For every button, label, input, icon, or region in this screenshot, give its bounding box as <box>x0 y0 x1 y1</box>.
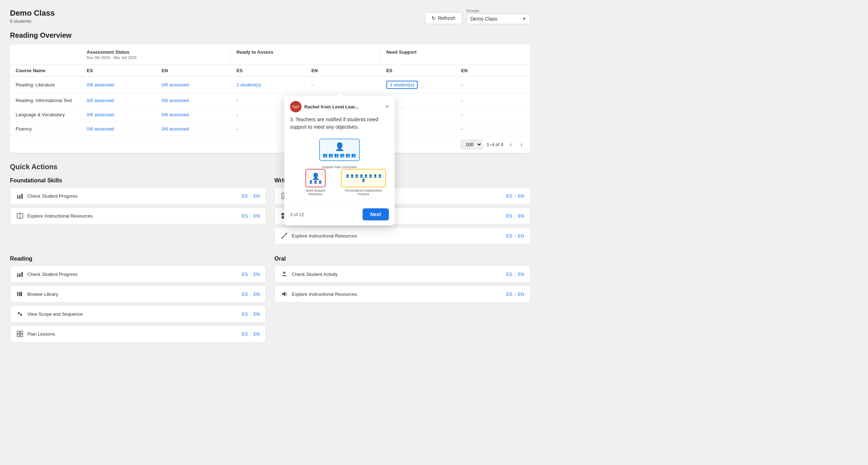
assess-en-link[interactable]: 0/6 assessed <box>162 82 189 87</box>
qa-link-es[interactable]: ES <box>506 213 512 219</box>
qa-item-links: ES | EN <box>242 331 260 337</box>
svg-point-29 <box>283 272 285 274</box>
qa-links-separator: | <box>515 193 516 199</box>
qa-link-en[interactable]: EN <box>518 272 524 277</box>
support-en: - <box>455 108 530 122</box>
support-en: - <box>455 76 530 93</box>
qa-link-es[interactable]: ES <box>242 272 248 277</box>
qa-link-es[interactable]: ES <box>506 233 512 239</box>
qa-link-en[interactable]: EN <box>253 272 260 277</box>
qa-link-en[interactable]: EN <box>253 193 260 199</box>
student-icon: 👤 <box>359 174 363 178</box>
qa-item-label: Explore Instructional Resources <box>292 292 357 297</box>
popup-close-button[interactable]: × <box>386 103 389 110</box>
ready-es-link[interactable]: 1 student(s) <box>236 82 261 87</box>
assess-en-link[interactable]: 0/6 assessed <box>162 112 189 117</box>
qa-link-es[interactable]: ES <box>506 193 512 199</box>
col-es-assess: ES <box>81 65 156 76</box>
qa-link-es[interactable]: ES <box>242 213 248 219</box>
qa-link-es[interactable]: ES <box>506 272 512 277</box>
popup-illus-top-section: 👤 👥 👥 👥 👥 👥 👥 Support main curriculum <box>293 139 386 169</box>
popup-illus-bot-right-label: Personalized IndependentPractice <box>345 189 382 196</box>
qa-link-es[interactable]: ES <box>506 292 512 297</box>
assess-es[interactable]: 0/6 assessed <box>81 108 156 122</box>
qa-links-separator: | <box>250 193 251 199</box>
qa-item-links: ES | EN <box>242 272 260 277</box>
qa-item[interactable]: Explore Instructional Resources ES | EN <box>274 285 530 303</box>
qa-item-links: ES | EN <box>242 193 260 199</box>
need-support-students: 👤 👤 👤 <box>309 180 322 184</box>
qa-link-es[interactable]: ES <box>242 331 248 337</box>
qa-link-es[interactable]: ES <box>242 292 248 297</box>
assess-es-link[interactable]: 0/6 assessed <box>87 98 114 103</box>
svg-point-16 <box>282 237 283 239</box>
per-page-select[interactable]: 100 50 25 <box>461 140 482 149</box>
ready-to-assess-label: Ready to Assess <box>236 49 374 55</box>
qa-item-left: Browse Library <box>16 290 58 298</box>
qa-links-separator: | <box>515 272 516 277</box>
qa-links-separator: | <box>250 292 251 297</box>
qa-item[interactable]: View Scope and Sequence ES | EN <box>10 305 266 322</box>
qa-section-title: Foundational Skills <box>10 177 266 184</box>
qa-link-en[interactable]: EN <box>518 193 524 199</box>
assess-es[interactable]: 0/6 assessed <box>81 93 156 107</box>
teacher-icon: 👤 <box>323 142 356 151</box>
popup-title: Rachel from Level Lear... <box>304 104 359 109</box>
support-es[interactable]: 1 student(s) <box>381 76 456 93</box>
assess-es-link[interactable]: 0/6 assessed <box>87 112 114 117</box>
assess-es[interactable]: 0/6 assessed <box>81 122 156 136</box>
qa-link-es[interactable]: ES <box>242 193 248 199</box>
qa-link-en[interactable]: EN <box>253 311 260 317</box>
ready-es[interactable]: 1 student(s) <box>231 76 306 93</box>
qa-link-en[interactable]: EN <box>253 292 260 297</box>
assess-en[interactable]: 0/6 assessed <box>156 76 231 93</box>
svg-rect-28 <box>20 334 23 337</box>
qa-item[interactable]: Check Student Progress ES | EN <box>10 266 266 283</box>
qa-link-en[interactable]: EN <box>253 213 260 219</box>
assess-es-link[interactable]: 0/6 assessed <box>87 126 114 132</box>
assess-es[interactable]: 0/6 assessed <box>81 76 156 93</box>
student-icon: 👤 <box>314 180 317 184</box>
assess-en[interactable]: 0/6 assessed <box>156 122 231 136</box>
pagination-prev-button[interactable]: ‹ <box>508 140 514 149</box>
student-progress-icon <box>16 192 24 200</box>
groups-select[interactable]: Demo Class ▼ <box>466 14 530 24</box>
assess-en[interactable]: 0/6 assessed <box>156 108 231 122</box>
assess-es-link[interactable]: 0/6 assessed <box>87 82 114 87</box>
student-icon: 👤 <box>369 174 373 178</box>
qa-item-links: ES | EN <box>242 213 260 219</box>
assess-en-link[interactable]: 0/6 assessed <box>162 98 189 103</box>
popup-body: 3. Teachers are notified if students nee… <box>284 116 395 204</box>
qa-link-en[interactable]: EN <box>518 213 524 219</box>
support-en: - <box>455 93 530 107</box>
qa-links-separator: | <box>250 311 251 317</box>
support-en: - <box>455 122 530 136</box>
qa-link-en[interactable]: EN <box>518 233 524 239</box>
support-es-highlighted[interactable]: 1 student(s) <box>386 81 418 89</box>
qa-link-es[interactable]: ES <box>242 311 248 317</box>
student-icon: 👤 <box>309 180 313 184</box>
popup-next-button[interactable]: Next <box>363 208 389 220</box>
qa-item[interactable]: Explore Instructional Resources ES | EN <box>10 207 266 224</box>
qa-item-label: Check Student Activity <box>292 272 338 277</box>
qa-link-en[interactable]: EN <box>253 331 260 337</box>
qa-item[interactable]: Check Student Activity ES | EN <box>274 266 530 283</box>
student-progress-icon <box>16 270 24 278</box>
qa-section-foundational-skills: Foundational Skills Check Student Progre… <box>10 177 266 247</box>
svg-rect-12 <box>282 216 284 219</box>
qa-links-separator: | <box>250 213 251 219</box>
qa-item-left: Explore Instructional Resources <box>16 212 93 220</box>
assess-en[interactable]: 0/6 assessed <box>156 93 231 107</box>
qa-item[interactable]: Plan Lessons ES | EN <box>10 325 266 342</box>
qa-link-en[interactable]: EN <box>518 292 524 297</box>
refresh-button[interactable]: ↻ Refresh <box>425 12 462 24</box>
qa-item[interactable]: Browse Library ES | EN <box>10 285 266 303</box>
popup-illustration: 👤 👥 👥 👥 👥 👥 👥 Support main curriculum <box>290 136 389 199</box>
qa-item[interactable]: Explore Instructional Resources ES | EN <box>274 227 530 244</box>
pagination-next-button[interactable]: › <box>518 140 525 149</box>
table-body: Reading: Literature0/6 assessed0/6 asses… <box>10 76 530 136</box>
reading-overview-table: Assessment Status Dec 9th 2024 - Mar 3rd… <box>10 44 530 153</box>
qa-item[interactable]: Check Student Progress ES | EN <box>10 187 266 204</box>
assess-en-link[interactable]: 0/6 assessed <box>162 126 189 132</box>
popup-logo: ∞ <box>290 101 301 112</box>
